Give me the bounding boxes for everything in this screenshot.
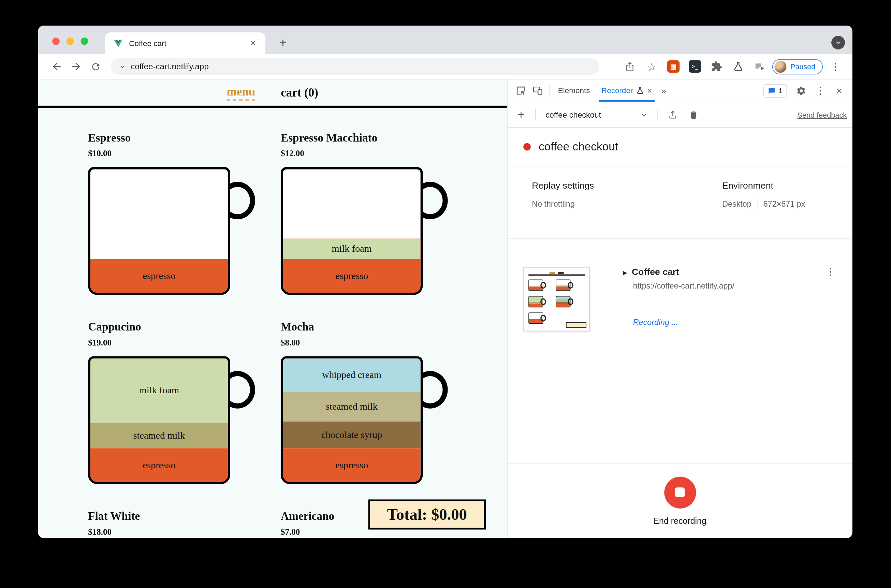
extension-terminal-icon[interactable]: >_ [686, 57, 704, 75]
coffee-cup[interactable]: milk foamsteamed milkespresso [88, 356, 230, 484]
paused-label: Paused [790, 62, 815, 70]
device-toolbar-icon[interactable] [529, 82, 546, 99]
recorder-toolbar: + coffee checkout [508, 102, 852, 128]
environment-label[interactable]: Environment [722, 180, 805, 191]
close-window-button[interactable] [52, 38, 60, 45]
profile-paused-pill[interactable]: Paused [772, 58, 823, 74]
recording-steps: ▶ Coffee cart https://coffee-cart.netlif… [508, 239, 852, 463]
recording-select[interactable]: coffee checkout [542, 110, 651, 119]
environment-col: Environment Desktop 672×671 px [722, 180, 805, 238]
menu-items-grid: Espresso $10.00 espresso Espresso Macchi… [88, 130, 507, 537]
bookmark-star-button[interactable]: ☆ [643, 57, 661, 75]
item-name: Flat White [88, 509, 230, 523]
tab-title: Coffee cart [129, 39, 247, 47]
coffee-cup[interactable]: espresso [88, 167, 230, 295]
page-nav: menu cart (0) [38, 80, 507, 108]
cup-body[interactable]: milk foamsteamed milkespresso [88, 356, 230, 484]
menu-item-cappucino: Cappucino $19.00 milk foamsteamed milkes… [88, 320, 230, 484]
step-recording-status[interactable]: Recording ... [633, 318, 734, 327]
stop-square-icon [675, 488, 685, 497]
recording-select-value: coffee checkout [546, 110, 601, 119]
cup-body[interactable]: milk foamespresso [281, 167, 423, 295]
end-recording-button[interactable] [664, 477, 696, 508]
close-recorder-tab-icon[interactable]: × [647, 86, 652, 96]
export-recording-icon[interactable] [664, 106, 681, 123]
coffee-cart-page: menu cart (0) Espresso $10.00 espresso E… [38, 80, 507, 538]
cup-body[interactable]: whipped creamsteamed milkchocolate syrup… [281, 356, 423, 484]
tab-elements[interactable]: Elements [552, 80, 596, 102]
recording-header: coffee checkout [508, 128, 852, 166]
address-bar[interactable]: coffee-cart.netlify.app [111, 58, 600, 75]
back-button[interactable] [47, 57, 66, 76]
url-text[interactable]: coffee-cart.netlify.app [130, 62, 209, 71]
extensions-puzzle-icon[interactable] [708, 57, 726, 75]
chevron-down-icon [640, 111, 648, 119]
add-recording-button[interactable]: + [513, 108, 529, 122]
tab-recorder[interactable]: Recorder × [596, 80, 658, 102]
coffee-cup[interactable]: whipped creamsteamed milkchocolate syrup… [281, 356, 423, 484]
traffic-lights [52, 38, 88, 45]
nav-menu-link[interactable]: menu [227, 85, 255, 100]
extension-flask-icon[interactable] [729, 57, 747, 75]
extension-orange-icon[interactable]: ▦ [664, 57, 682, 75]
recorder-footer: End recording [508, 463, 852, 538]
step-info: ▶ Coffee cart https://coffee-cart.netlif… [623, 267, 734, 463]
cup-layer-chocolate-syrup: chocolate syrup [283, 422, 421, 449]
coffee-cup[interactable]: milk foamespresso [281, 167, 423, 295]
browser-menu-kebab-icon[interactable]: ⋮ [826, 57, 844, 75]
disclosure-triangle-icon[interactable]: ▶ [623, 269, 627, 275]
cup-layer-espresso: espresso [283, 448, 421, 482]
item-price: $10.00 [88, 148, 230, 159]
delete-recording-icon[interactable] [685, 106, 702, 123]
minimize-window-button[interactable] [66, 38, 74, 45]
cup-layer-whipped-cream: whipped cream [283, 358, 421, 392]
devtools-tabbar-right: 1 ⋮ × [763, 82, 848, 99]
forward-button[interactable] [66, 57, 86, 76]
cup-layer-espresso: espresso [90, 259, 228, 292]
tab-search-button[interactable] [831, 36, 845, 50]
recording-thumbnail[interactable] [523, 267, 590, 331]
toolbar-actions: ☆ ▦ >_ [621, 57, 844, 75]
item-name: Cappucino [88, 320, 230, 334]
divider [535, 109, 536, 120]
environment-viewport: 672×671 px [764, 200, 806, 209]
new-tab-button[interactable]: + [273, 33, 292, 53]
replay-settings-col: Replay settings No throttling [532, 180, 722, 238]
tab-close-icon[interactable]: × [247, 38, 259, 48]
cup-layer-milk-foam: milk foam [283, 238, 421, 259]
replay-settings-label[interactable]: Replay settings [532, 180, 722, 191]
item-name: Mocha [281, 320, 423, 334]
recording-settings: Replay settings No throttling Environmen… [508, 166, 852, 239]
item-price: $18.00 [88, 526, 230, 537]
throttling-value: No throttling [532, 200, 722, 209]
zoom-window-button[interactable] [81, 38, 88, 45]
cup-layer-espresso: espresso [90, 448, 228, 482]
divider [549, 85, 549, 96]
close-devtools-icon[interactable]: × [831, 82, 848, 99]
cart-total[interactable]: Total: $0.00 [368, 500, 486, 530]
cup-body[interactable]: espresso [88, 167, 230, 295]
reading-list-icon[interactable] [750, 57, 768, 75]
settings-gear-icon[interactable] [793, 82, 810, 99]
tab-elements-label: Elements [558, 86, 590, 95]
inspect-element-icon[interactable] [512, 82, 529, 99]
devtools-menu-kebab-icon[interactable]: ⋮ [815, 85, 825, 96]
browser-tab-coffee-cart[interactable]: Coffee cart × [105, 32, 266, 54]
chevron-down-icon [835, 39, 842, 46]
tab-recorder-label: Recorder [602, 86, 633, 95]
send-feedback-link[interactable]: Send feedback [798, 111, 847, 119]
share-button[interactable] [621, 57, 639, 75]
step-menu-kebab-icon[interactable]: ⋮ [825, 266, 835, 278]
experiment-flask-icon [636, 87, 644, 94]
reload-button[interactable] [86, 57, 105, 76]
menu-item-espresso: Espresso $10.00 espresso [88, 130, 230, 295]
avatar [774, 60, 786, 72]
item-name: Espresso Macchiato [281, 130, 423, 144]
site-info-chevron-icon[interactable] [119, 63, 126, 70]
issues-counter[interactable]: 1 [763, 84, 787, 98]
devtools-tab-bar: Elements Recorder × » [508, 80, 852, 102]
nav-cart-link[interactable]: cart (0) [281, 86, 318, 100]
vue-favicon-icon [113, 38, 123, 48]
more-tabs-icon[interactable]: » [658, 86, 670, 96]
step-header[interactable]: ▶ Coffee cart [623, 267, 734, 277]
